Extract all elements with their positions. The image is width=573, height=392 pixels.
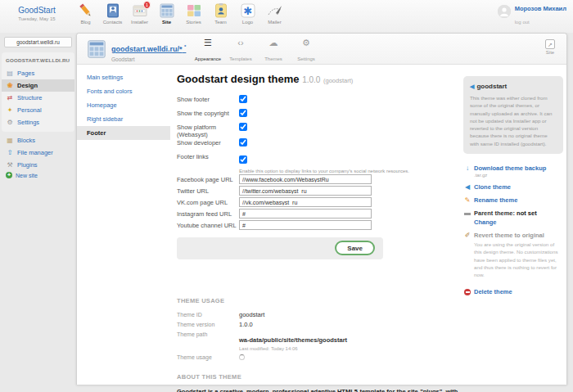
app-label: Mailer (261, 20, 288, 25)
site-card-header: goodstart.welldi.ru/* * Goodstart ☰ Appe… (77, 34, 566, 65)
theme-nav-homepage[interactable]: Homepage (77, 98, 170, 112)
app-item-mailer[interactable]: Mailer (261, 2, 288, 25)
sidebar-item-settings[interactable]: ⚙ Settings (2, 116, 74, 128)
open-site-link[interactable]: ↗ Site (545, 39, 555, 55)
revert-note: You are using the original version of th… (474, 241, 563, 278)
current-date: Tuesday, May 15 (0, 16, 74, 21)
theme-nav-fonts-colors[interactable]: Fonts and colors (77, 84, 170, 98)
setting-label: Show developer (177, 138, 239, 152)
theme-settings-content: Goodstart design theme 1.0.0 (goodstart)… (170, 65, 463, 392)
sidebar-item-file-manager[interactable]: ⇧ File manager (2, 146, 74, 159)
sidebar-item-structure[interactable]: ⇄ Structure (2, 92, 74, 104)
tab-settings[interactable]: ⚙ Settings (290, 37, 323, 64)
rename-theme-link[interactable]: Rename theme (474, 196, 517, 204)
usage-label: Theme path (177, 331, 239, 351)
svg-text:✱: ✱ (243, 5, 252, 17)
show-developer-checkbox[interactable] (239, 138, 247, 146)
page-title: Goodstart design theme 1.0.0 (goodstart) (177, 73, 463, 85)
clone-theme-link[interactable]: Clone theme (474, 183, 511, 191)
upload-arrow-icon: ⇧ (6, 149, 14, 156)
change-parent-link[interactable]: Change (474, 219, 497, 226)
show-footer-checkbox[interactable] (239, 95, 247, 103)
vk-url-input[interactable] (239, 197, 372, 207)
save-bar: Save (177, 237, 383, 259)
theme-settings-nav: Main settings Fonts and colors Homepage … (77, 65, 170, 140)
revert-theme-label: Revert theme to original (474, 232, 544, 239)
usage-label: Theme usage (177, 354, 239, 363)
app-label: Stories (180, 20, 207, 25)
footer-links-checkbox[interactable] (239, 155, 247, 164)
account-logo-link[interactable]: GoodStart (0, 6, 74, 15)
sidebar-item-personal[interactable]: ✦ Personal (2, 104, 74, 116)
setting-label: Show platform (Webasyst) (177, 123, 239, 138)
about-theme-text: Goodstart is a creative, modern, profess… (177, 387, 463, 392)
dash-icon (463, 210, 471, 217)
site-selector[interactable]: goodstart.welldi.ru (4, 37, 72, 47)
design-icon: ❀ (6, 82, 14, 89)
clone-icon: ◀ (463, 183, 471, 191)
delete-theme-link[interactable]: Delete theme (474, 288, 512, 295)
app-item-site[interactable]: Site (153, 2, 180, 25)
sidebar-item-pages[interactable]: ▤ Pages (2, 67, 74, 79)
sidebar-item-label: File manager (17, 149, 53, 156)
user-menu[interactable]: Морозов Михаил log out (498, 5, 566, 27)
url-field-row: Twitter URL (177, 185, 463, 196)
code-icon: ‹› (224, 37, 257, 49)
clone-icon: ◀ (470, 83, 474, 89)
tab-themes[interactable]: ☁ Themes (257, 37, 290, 64)
app-switcher: Blog Contacts 1 Installer Site Stories (72, 2, 288, 25)
theme-nav-footer[interactable]: Footer (77, 126, 170, 140)
sidebar-item-plugins[interactable]: ⚒ Plugins (2, 159, 74, 171)
logout-link[interactable]: log out (515, 20, 530, 25)
usage-value: 1.0.0 (239, 321, 253, 331)
contacts-icon (105, 2, 121, 19)
theme-code: (goodstart) (323, 77, 353, 84)
show-copyright-checkbox[interactable] (239, 109, 247, 117)
tab-appearance[interactable]: ☰ Appearance (192, 37, 224, 64)
facebook-url-input[interactable] (239, 174, 372, 184)
sidebar-item-design[interactable]: ❀ Design (2, 79, 74, 92)
sidebar-item-label: Personal (17, 106, 42, 114)
tab-label: Themes (264, 56, 282, 61)
theme-nav-right-sidebar[interactable]: Right sidebar (77, 112, 170, 126)
show-platform-checkbox[interactable] (239, 123, 247, 131)
twitter-url-input[interactable] (239, 186, 372, 196)
setting-row: Show platform (Webasyst) (177, 123, 463, 138)
theme-nav-main-settings[interactable]: Main settings (77, 70, 170, 84)
field-label: Twitter URL (177, 187, 239, 195)
avatar (498, 5, 511, 18)
site-nav-panel: GOODSTART.WELLDI.RU ▤ Pages ❀ Design ⇄ S… (2, 52, 74, 132)
app-item-logo[interactable]: ✱ Logo (234, 2, 261, 25)
gear-icon: ⚙ (290, 37, 323, 49)
parent-theme-label: Parent theme: (474, 210, 515, 217)
site-url-link[interactable]: goodstart.welldi.ru/* * (111, 45, 186, 53)
sidebar-item-blocks[interactable]: ▦ Blocks (2, 134, 74, 146)
setting-label: Footer links (177, 152, 239, 173)
app-item-contacts[interactable]: Contacts (99, 2, 126, 25)
setting-row: Show the copyright (177, 109, 463, 123)
logo-app-icon: ✱ (240, 2, 256, 19)
url-field-row: Instagram feed URL (177, 208, 463, 219)
blocks-icon: ▦ (6, 137, 14, 144)
app-item-installer[interactable]: 1 Installer (126, 2, 153, 25)
save-button[interactable]: Save (335, 241, 375, 255)
tab-templates[interactable]: ‹› Templates (224, 37, 257, 64)
instagram-url-input[interactable] (239, 209, 372, 219)
app-label: Team (207, 20, 234, 25)
info-theme-name: goodstart (476, 83, 507, 90)
brush-icon: ✐ (463, 232, 471, 239)
app-item-team[interactable]: Team (207, 2, 234, 25)
tab-label: Settings (297, 56, 315, 61)
youtube-url-input[interactable] (239, 220, 372, 230)
new-site-link[interactable]: + New site (6, 172, 38, 178)
download-backup-link[interactable]: Download theme backup (474, 164, 546, 172)
site-url-text: goodstart.welldi.ru/* (111, 45, 183, 53)
site-meta: goodstart.welldi.ru/* * Goodstart (111, 40, 186, 62)
sidebar-item-label: Design (17, 82, 38, 89)
about-p1-text: is a creative, modern, professional adap… (177, 388, 458, 392)
app-item-stories[interactable]: Stories (180, 2, 207, 25)
setting-row: Show developer (177, 138, 463, 152)
app-item-blog[interactable]: Blog (72, 2, 99, 25)
sidebar-item-label: Pages (17, 70, 34, 77)
setting-note: Enable this option to display links to y… (239, 169, 458, 173)
